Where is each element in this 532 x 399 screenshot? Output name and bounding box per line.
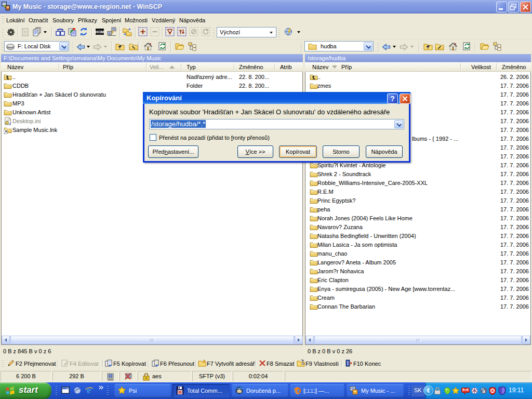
svg-text:e: e: [87, 385, 91, 395]
svg-text:?: ?: [390, 95, 395, 103]
svg-text:HOM: HOM: [96, 30, 104, 34]
svg-text:?: ?: [23, 30, 26, 35]
svg-text:a: a: [482, 388, 485, 394]
